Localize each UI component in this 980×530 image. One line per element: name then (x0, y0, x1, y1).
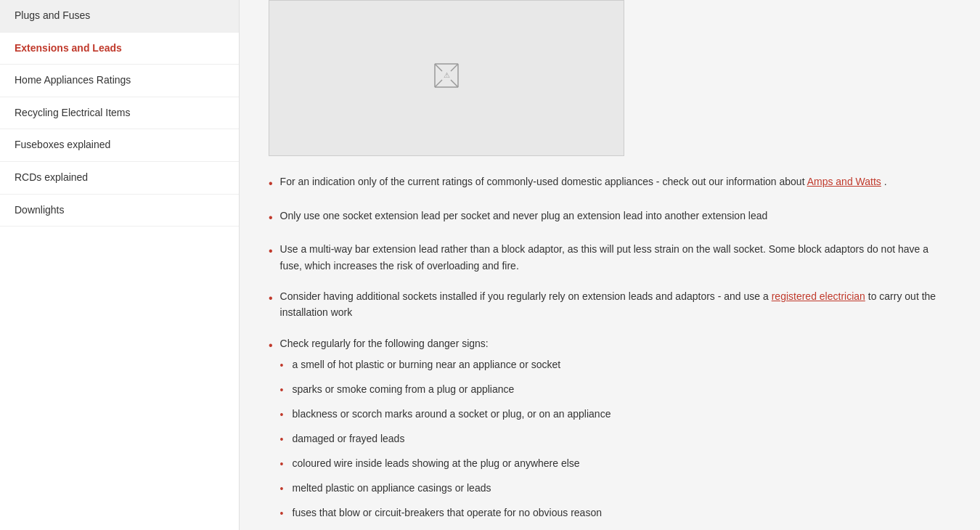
sidebar-item-downlights[interactable]: Downlights (0, 195, 239, 227)
sidebar-item-extensions-leads[interactable]: Extensions and Leads (0, 33, 239, 65)
list-item: fuses that blow or circuit-breakers that… (280, 505, 611, 521)
sidebar-item-plugs-fuses[interactable]: Plugs and Fuses (0, 0, 239, 33)
list-item-amps-watts: For an indication only of the current ra… (269, 174, 951, 193)
svg-line-3 (435, 80, 442, 87)
danger-signs-list: a smell of hot plastic or burning near a… (280, 357, 611, 521)
image-placeholder: ⚠ (269, 0, 624, 156)
list-item: sparks or smoke coming from a plug or ap… (280, 382, 611, 398)
list-item: blackness or scorch marks around a socke… (280, 407, 611, 423)
main-content: ⚠ For an indication only of the current … (240, 0, 980, 530)
list-item: melted plastic on appliance casings or l… (280, 481, 611, 497)
list-item-danger-signs: Check regularly for the following danger… (269, 335, 951, 530)
registered-electrician-link[interactable]: registered electrician (772, 290, 865, 302)
content-list: For an indication only of the current ra… (269, 174, 951, 530)
svg-text:⚠: ⚠ (444, 71, 450, 79)
svg-line-4 (451, 80, 458, 87)
list-item-socket: Only use one socket extension lead per s… (269, 208, 951, 227)
sidebar-item-fuseboxes-explained[interactable]: Fuseboxes explained (0, 129, 239, 162)
svg-line-2 (451, 64, 458, 71)
amps-and-watts-link[interactable]: Amps and Watts (807, 176, 881, 187)
sidebar-item-home-appliances-ratings[interactable]: Home Appliances Ratings (0, 65, 239, 97)
broken-image-icon: ⚠ (432, 61, 461, 96)
list-item: damaged or frayed leads (280, 431, 611, 447)
sidebar-item-recycling-electrical-items[interactable]: Recycling Electrical Items (0, 97, 239, 130)
list-item: a smell of hot plastic or burning near a… (280, 357, 611, 373)
list-item: coloured wire inside leads showing at th… (280, 456, 611, 472)
sidebar: Plugs and Fuses Extensions and Leads Hom… (0, 0, 240, 530)
list-item-multiway: Use a multi-way bar extension lead rathe… (269, 241, 951, 274)
svg-line-1 (435, 64, 442, 71)
sidebar-item-rcds-explained[interactable]: RCDs explained (0, 162, 239, 195)
list-item-additional-sockets: Consider having additional sockets insta… (269, 288, 951, 321)
